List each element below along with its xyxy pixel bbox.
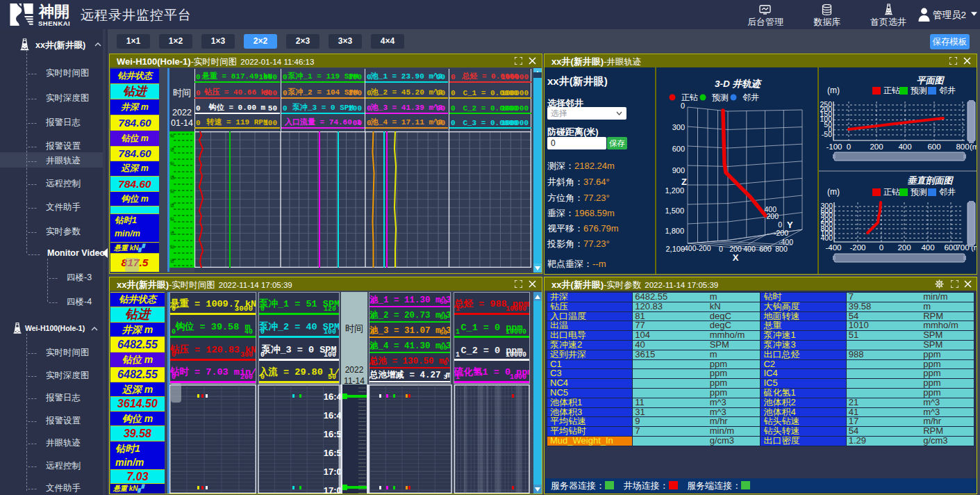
svg-text:正钻: 正钻	[681, 92, 698, 102]
svg-text:1,200: 1,200	[665, 186, 684, 195]
svg-text:邻井: 邻井	[939, 187, 956, 197]
svg-text:0: 0	[719, 245, 723, 253]
svg-text:200: 200	[766, 212, 779, 220]
svg-text:-400: -400	[681, 244, 696, 252]
svg-text:X: X	[733, 252, 739, 263]
svg-text:600: 600	[672, 145, 685, 153]
svg-text:正钻: 正钻	[883, 86, 900, 95]
svg-text:-50: -50	[822, 130, 832, 138]
svg-text:进: 进	[170, 147, 174, 152]
svg-text:进: 进	[170, 259, 174, 263]
svg-text:平面图: 平面图	[917, 75, 945, 86]
svg-text:0: 0	[847, 143, 851, 151]
svg-text:垂直剖面图: 垂直剖面图	[908, 175, 954, 186]
svg-text:(m): (m)	[827, 86, 840, 95]
svg-text:-100: -100	[826, 143, 842, 151]
svg-text:进: 进	[170, 203, 174, 208]
svg-text:邻井: 邻井	[939, 86, 956, 95]
svg-text:0: 0	[681, 102, 685, 110]
svg-text:600: 600	[927, 143, 940, 151]
svg-text:钻: 钻	[169, 216, 174, 222]
svg-text:钻: 钻	[169, 188, 174, 194]
svg-text:-200: -200	[849, 243, 865, 252]
svg-text:900: 900	[672, 166, 685, 175]
svg-text:正钻: 正钻	[883, 187, 900, 197]
svg-text:0: 0	[879, 243, 883, 252]
svg-text:-400: -400	[779, 238, 793, 246]
svg-text:钻: 钻	[169, 133, 174, 138]
svg-text:(m): (m)	[827, 187, 840, 197]
svg-text:进: 进	[170, 175, 174, 180]
svg-text:预测: 预测	[911, 86, 927, 95]
svg-text:200: 200	[897, 243, 911, 252]
svg-text:700: 700	[956, 243, 969, 252]
svg-text:200: 200	[870, 143, 883, 151]
svg-text:800: 800	[956, 143, 969, 151]
svg-text:-200: -200	[696, 244, 711, 252]
svg-text:钻: 钻	[169, 244, 174, 250]
svg-text:-200: -200	[774, 229, 788, 237]
svg-text:预测: 预测	[911, 187, 927, 197]
svg-text:0: 0	[778, 220, 782, 229]
svg-text:Z: Z	[681, 177, 687, 187]
svg-text:邻井: 邻井	[742, 92, 759, 102]
svg-text:600: 600	[759, 245, 772, 253]
svg-text:预测: 预测	[712, 92, 729, 102]
svg-text:钻: 钻	[169, 161, 174, 166]
svg-text:3-D 井轨迹: 3-D 井轨迹	[715, 79, 763, 89]
svg-text:1,800: 1,800	[665, 227, 684, 235]
svg-text:400: 400	[898, 143, 911, 151]
svg-text:400: 400	[743, 245, 756, 253]
svg-text:进: 进	[170, 231, 174, 236]
svg-text:400: 400	[820, 234, 833, 242]
svg-text:-400: -400	[825, 243, 841, 252]
svg-text:(m): (m)	[970, 143, 977, 151]
svg-text:300: 300	[672, 123, 685, 131]
svg-text:400: 400	[921, 243, 934, 252]
svg-text:1,500: 1,500	[665, 206, 684, 215]
